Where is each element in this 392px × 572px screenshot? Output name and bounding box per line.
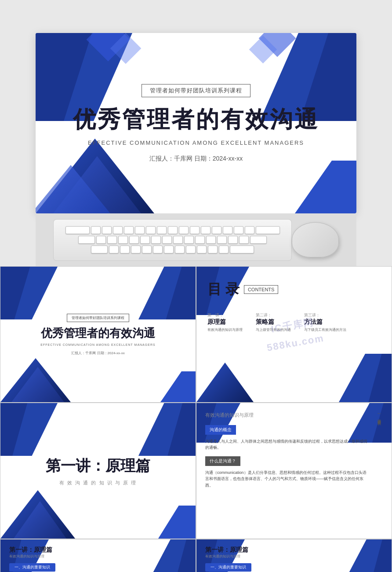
ms2-item-1-desc: 有效沟通的知识与原理 [207,327,243,332]
key [109,246,119,253]
ms4-sidebar: 一、沟通的重要知识 [374,412,383,530]
key [124,226,134,234]
key [208,246,218,253]
ms4-content: 有效沟通的知识与原理 沟通的概念 沟通是人与人之间、人与群体之间思想与感情的传递… [196,403,392,539]
key [197,246,207,253]
key [120,246,130,253]
keyboard-image [53,219,292,261]
hero-content: 管理者如何带好团队培训系列课程 优秀管理者的有效沟通 EFFECTIVE COM… [36,33,356,213]
ms2-content: 目 录 CONTENTS 第一讲： 原理篇 有效沟通的知识与原理 第二讲： 策略… [196,267,392,402]
key-row-3 [91,246,254,253]
ms5-tag: 一、沟通的重要知识 [9,563,55,572]
ms5-section-sub: 有效沟通的知识与原理 [9,554,187,559]
ms6-tag: 一、沟通的重要知识 [205,563,251,572]
slides-grid: 管理者如何带好团队培训系列课程 优秀管理者的有效沟通 EFFECTIVE COM… [0,266,392,572]
mini-slide-1: 管理者如何带好团队培训系列课程 优秀管理者的有效沟通 EFFECTIVE COM… [0,266,196,403]
mini-slide-4: 有效沟通的知识与原理 沟通的概念 沟通是人与人之间、人与群体之间思想与感情的传递… [196,403,392,539]
hero-title: 优秀管理者的有效沟通 [73,104,319,135]
ms2-item-1-title: 原理篇 [207,318,226,326]
key [228,236,238,244]
key [201,226,211,234]
key [164,246,174,253]
key [217,236,227,244]
key [256,226,280,234]
ms3-title: 第一讲：原理篇 [46,456,150,476]
key [168,226,178,234]
ms2-item-2: 第二讲： 策略篇 与上级管导有效的沟通 [256,312,291,332]
ms5-header: 第一讲：原理篇 有效沟通的知识与原理 [9,546,187,559]
mouse-image [292,222,339,257]
ms2-item-3-desc: 与下级员工有效沟通的方法 [304,327,346,332]
ms4-box2: 什么是沟通？ [205,456,240,466]
keyboard-section [36,213,356,266]
mini-slide-6: 第一讲：原理篇 有效沟通的知识与原理 一、沟通的重要知识 "管理就是沟通" Ma… [196,539,392,572]
ms2-items: 第一讲： 原理篇 有效沟通的知识与原理 第二讲： 策略篇 与上级管导有效的沟通 … [207,312,381,332]
key [102,226,112,234]
key [135,226,145,234]
ms1-english: EFFECTIVE COMMUNICATION AMONG EXCELLENT … [40,343,155,346]
key [91,246,108,253]
key [186,246,196,253]
ms2-item-3-num: 第三讲： [304,312,320,318]
ms5-content: 第一讲：原理篇 有效沟通的知识与原理 一、沟通的重要知识 你心里想的100% 你… [0,539,196,572]
key-row-2 [78,236,267,244]
mini-slide-3: 第一讲：原理篇 有 效 沟 通 的 知 识 与 原 理 [0,403,196,539]
ms2-title-cn: 目 录 [207,280,240,299]
key [230,246,254,253]
key [151,236,161,244]
key [245,226,254,234]
ms4-text1: 沟通是人与人之间、人与群体之间思想与感情的传递和反馈的过程，以求思想达成一致和感… [205,438,370,451]
ms1-meta: 汇报人：千库网 日期：2024-xx-xx [71,351,124,356]
key [96,236,106,244]
ms2-item-2-num: 第二讲： [256,312,272,318]
key [113,226,123,234]
key [107,236,117,244]
key [212,226,221,234]
mini-slide-5: 第一讲：原理篇 有效沟通的知识与原理 一、沟通的重要知识 你心里想的100% 你… [0,539,196,572]
ms2-item-3: 第三讲： 方法篇 与下级员工有效沟通的方法 [304,312,346,332]
ms6-content: 第一讲：原理篇 有效沟通的知识与原理 一、沟通的重要知识 "管理就是沟通" Ma… [196,539,392,572]
ms4-sidebar-text: 一、沟通的重要知识 [376,412,381,419]
ms4-header: 有效沟通的知识与原理 [205,412,370,418]
key [250,236,267,244]
key [78,236,95,244]
key-row-1 [65,226,280,234]
key [140,236,150,244]
ms2-contents-en: CONTENTS [244,285,279,294]
key [175,246,185,253]
key [157,226,167,234]
ms1-content: 管理者如何带好团队培训系列课程 优秀管理者的有效沟通 EFFECTIVE COM… [0,267,196,402]
ms5-section-title: 第一讲：原理篇 [9,546,187,554]
key [179,226,189,234]
key [146,226,156,234]
key [184,236,194,244]
ms3-sub: 有 效 沟 通 的 知 识 与 原 理 [59,480,137,486]
hero-meta: 汇报人：千库网 日期：2024-xx-xx [149,155,243,163]
ms6-section-sub: 有效沟通的知识与原理 [205,554,383,559]
key [142,246,152,253]
key [219,246,229,253]
key [206,236,216,244]
key [195,236,205,244]
hero-subtitle-box: 管理者如何带好团队培训系列课程 [142,84,250,97]
ms2-item-1: 第一讲： 原理篇 有效沟通的知识与原理 [207,312,243,332]
ms2-title-row: 目 录 CONTENTS [207,280,381,299]
ms4-text2: 沟通（communication）是人们分享信息、思想和情感的任何过程。这种过程… [205,469,370,488]
ms1-title: 优秀管理者的有效沟通 [41,326,155,341]
ms2-item-3-title: 方法篇 [304,318,323,326]
key [234,226,243,234]
ms1-subtitle: 管理者如何带好团队培训系列课程 [72,316,124,320]
key [65,226,90,234]
mini-slide-2: IC千库网 588ku.com 目 录 CONTENTS 第一讲： 原理篇 有效… [196,266,392,403]
ms1-subtitle-box: 管理者如何带好团队培训系列课程 [67,314,129,322]
hero-slide: 管理者如何带好团队培训系列课程 优秀管理者的有效沟通 EFFECTIVE COM… [36,33,356,213]
ms2-item-2-desc: 与上级管导有效的沟通 [256,327,291,332]
key [173,236,183,244]
ms3-content: 第一讲：原理篇 有 效 沟 通 的 知 识 与 原 理 [0,403,196,539]
hero-english: EFFECTIVE COMMUNICATION AMONG EXCELLENT … [88,139,304,146]
key [223,226,232,234]
key [118,236,128,244]
ms2-item-2-title: 策略篇 [256,318,274,326]
ms6-section-title: 第一讲：原理篇 [205,546,383,554]
key [131,246,141,253]
